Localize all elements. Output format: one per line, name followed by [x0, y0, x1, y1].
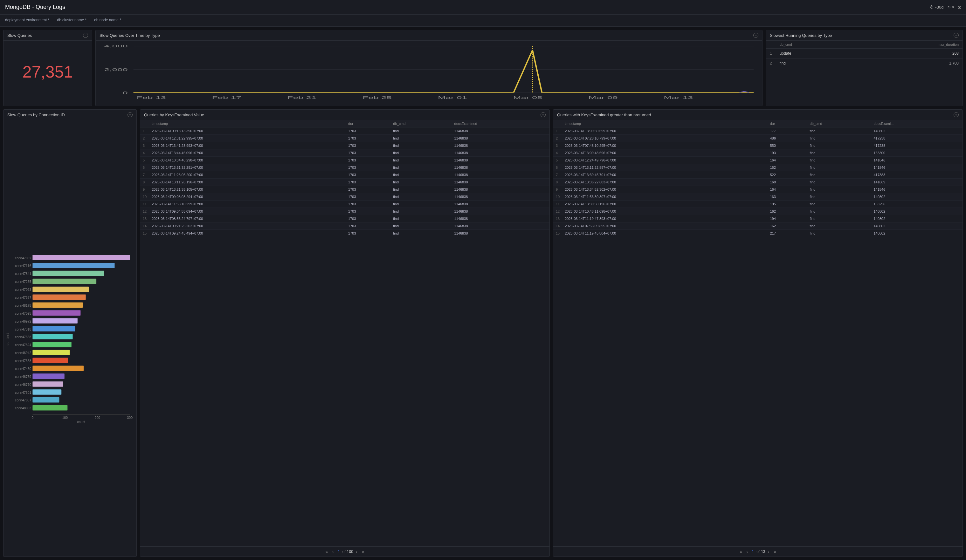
kg-of-text: of — [756, 550, 760, 554]
ke-next-page[interactable]: › — [355, 549, 359, 555]
table-row: 3 2023-03-14T13:41:23.993+07:00 1703 fin… — [140, 142, 549, 149]
row-num: 9 — [140, 186, 149, 193]
filter-deployment-env[interactable]: deployment.environment * — [5, 18, 49, 23]
svg-text:conn47318: conn47318 — [15, 327, 31, 331]
conn-id-panel: Slow Queries by Connection ID ○ context … — [3, 109, 137, 557]
row-timestamp: 2023-03-14T09:24:45.494+07:00 — [149, 230, 346, 237]
row-dur: 486 — [767, 135, 807, 142]
row-timestamp: 2023-03-14T09:18:13.396+07:00 — [149, 128, 346, 135]
row-docs: 1146838 — [452, 193, 549, 201]
row-num: 9 — [553, 186, 562, 193]
keys-greater-table: timestamp dur db_cmd docsExami... 1 2023… — [553, 120, 963, 237]
row-timestamp: 2023-03-14T11:23:05.200+07:00 — [149, 171, 346, 178]
table-row: 14 2023-03-14T09:21:25.202+07:00 1703 fi… — [140, 223, 549, 230]
keys-examined-info-icon[interactable]: ○ — [540, 112, 545, 117]
svg-text:300: 300 — [127, 416, 133, 419]
table-row: 14 2023-03-14T07:53:09.895+07:00 162 fin… — [553, 223, 963, 230]
kg-next-page[interactable]: › — [767, 549, 771, 555]
filter-bar: deployment.environment * db.cluster.name… — [0, 15, 966, 27]
row-dur: 1703 — [346, 135, 391, 142]
row-cmd: find — [391, 215, 452, 223]
table-row: 15 2023-03-14T11:19:45.804+07:00 217 fin… — [553, 230, 963, 237]
row-dur: 1703 — [346, 164, 391, 171]
row-docs: 1146838 — [452, 149, 549, 157]
row-timestamp: 2023-03-14T12:31:22.995+07:00 — [149, 135, 346, 142]
slowest-queries-info-icon[interactable]: ○ — [954, 33, 959, 38]
svg-text:conn48175: conn48175 — [15, 304, 31, 307]
row-docs: 140802 — [871, 128, 963, 135]
table-row: 15 2023-03-14T09:24:45.494+07:00 1703 fi… — [140, 230, 549, 237]
row-cmd: find — [391, 208, 452, 215]
table-row: 11 2023-03-14T11:53:10.299+07:00 1703 fi… — [140, 201, 549, 208]
kg-last-page[interactable]: » — [772, 549, 778, 555]
keys-greater-info-icon[interactable]: ○ — [954, 112, 959, 117]
row-cmd: update — [776, 49, 853, 59]
table-row: 7 2023-03-14T13:39:45.701+07:00 522 find… — [553, 171, 963, 178]
slow-queries-title: Slow Queries — [7, 33, 32, 38]
row-dur: 163 — [767, 193, 807, 201]
slow-queries-info-icon[interactable]: ○ — [83, 33, 88, 38]
table-row: 9 2023-03-14T13:21:35.105+07:00 1703 fin… — [140, 186, 549, 193]
filter-node-name[interactable]: db.node.name * — [94, 18, 121, 23]
row-cmd: find — [807, 186, 871, 193]
row-docs: 1146838 — [452, 186, 549, 193]
table-row: 2 2023-03-14T12:31:22.995+07:00 1703 fin… — [140, 135, 549, 142]
row-num: 2 — [553, 135, 562, 142]
row-timestamp: 2023-03-14T09:04:55.094+07:00 — [149, 208, 346, 215]
conn-id-info-icon[interactable]: ○ — [128, 112, 133, 117]
table-row: 2 find 1,703 — [766, 59, 963, 68]
svg-text:conn47868: conn47868 — [15, 335, 31, 339]
filter-icon[interactable]: ⧖ — [958, 5, 961, 10]
row-num: 6 — [140, 164, 149, 171]
ke-first-page[interactable]: « — [324, 549, 329, 555]
row-docs: 163296 — [871, 201, 963, 208]
row-timestamp: 2023-03-14T13:39:45.701+07:00 — [562, 171, 767, 178]
kg-pagination: « ‹ 1 of 13 › » — [553, 546, 963, 557]
row-docs: 1146838 — [452, 178, 549, 186]
svg-rect-44 — [33, 365, 84, 371]
row-dur: 162 — [767, 223, 807, 230]
row-num: 1 — [766, 49, 776, 59]
row-cmd: find — [807, 157, 871, 164]
svg-text:conn47093: conn47093 — [15, 288, 31, 291]
row-dur: 177 — [767, 128, 807, 135]
bar-chart-content: context conn47032 conn47116 conn47841 co… — [3, 120, 136, 557]
row-dur: 1703 — [346, 230, 391, 237]
row-num: 12 — [553, 208, 562, 215]
row-cmd: find — [391, 142, 452, 149]
keys-examined-panel: Queries by KeysExamined Value ○ timestam… — [140, 109, 550, 557]
kg-prev-page[interactable]: ‹ — [745, 549, 749, 555]
row-cmd: find — [807, 171, 871, 178]
row-dur: 164 — [767, 186, 807, 193]
svg-rect-50 — [33, 389, 61, 395]
ke-last-page[interactable]: » — [360, 549, 366, 555]
refresh-button[interactable]: ↻ ▾ — [947, 5, 954, 10]
ke-prev-page[interactable]: ‹ — [331, 549, 335, 555]
time-range-control[interactable]: ⏱ -30d — [930, 5, 943, 10]
svg-text:conn47601: conn47601 — [15, 391, 31, 395]
row-docs: 417238 — [871, 142, 963, 149]
slow-queries-chart-info-icon[interactable]: ○ — [753, 33, 758, 38]
slowest-queries-header: Slowest Running Queries by Type ○ — [766, 30, 963, 41]
kg-current-page: 1 — [751, 550, 755, 554]
row-dur: 522 — [767, 171, 807, 178]
table-row: 4 2023-03-14T13:09:48.696+07:00 193 find… — [553, 149, 963, 157]
row-dur: 1703 — [346, 186, 391, 193]
svg-text:0: 0 — [32, 416, 34, 419]
svg-rect-46 — [33, 373, 64, 379]
kg-first-page[interactable]: « — [738, 549, 743, 555]
row-docs: 141846 — [871, 186, 963, 193]
row-timestamp: 2023-03-14T07:53:09.895+07:00 — [562, 223, 767, 230]
row-docs: 1146838 — [452, 201, 549, 208]
svg-rect-52 — [33, 397, 59, 403]
table-row: 12 2023-03-14T09:04:55.094+07:00 1703 fi… — [140, 208, 549, 215]
row-dur: 550 — [767, 142, 807, 149]
conn-id-title: Slow Queries by Connection ID — [7, 113, 65, 117]
row-cmd: find — [807, 178, 871, 186]
row-docs: 1146838 — [452, 142, 549, 149]
row-timestamp: 2023-03-14T13:09:50.699+07:00 — [562, 128, 767, 135]
row-docs: 417383 — [871, 171, 963, 178]
table-row: 10 2023-03-14T11:56:30.307+07:00 163 fin… — [553, 193, 963, 201]
filter-cluster-name[interactable]: db.cluster.name * — [57, 18, 87, 23]
keys-examined-table-wrapper: timestamp dur db_cmd docsExamined 1 2023… — [140, 120, 549, 546]
